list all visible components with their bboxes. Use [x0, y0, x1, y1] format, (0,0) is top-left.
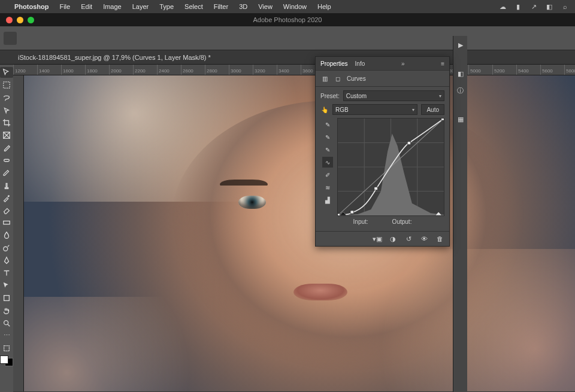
document-canvas[interactable]: [24, 75, 575, 391]
brush-tool[interactable]: [0, 168, 13, 178]
svg-rect-15: [338, 214, 340, 215]
gray-eyedropper-icon[interactable]: ✎: [322, 132, 333, 142]
collapsed-dock: ▶ ◧ ⓘ ▦: [453, 36, 467, 392]
type-tool[interactable]: [0, 268, 13, 278]
white-eyedropper-icon[interactable]: ✎: [322, 119, 333, 130]
ruler-horizontal: 1200140016001800200022002400260028003000…: [13, 65, 575, 75]
menu-3d[interactable]: 3D: [234, 2, 252, 11]
mask-thumb-icon[interactable]: ◻: [334, 74, 342, 83]
menu-select[interactable]: Select: [180, 2, 208, 11]
tab-properties[interactable]: Properties: [320, 60, 348, 67]
eraser-tool[interactable]: [0, 205, 13, 215]
svg-rect-18: [407, 141, 411, 144]
frame-icon[interactable]: ◧: [545, 2, 553, 11]
play-icon[interactable]: ▶: [455, 39, 466, 50]
svg-rect-0: [4, 82, 10, 89]
svg-rect-2: [4, 159, 10, 162]
quickselect-tool[interactable]: [0, 105, 13, 116]
sampler-icon[interactable]: 👆: [320, 105, 329, 114]
app-title: Adobe Photoshop 2020: [0, 16, 575, 23]
canvas-wrap: 1200140016001800200022002400260028003000…: [13, 65, 575, 392]
move-tool[interactable]: [0, 67, 13, 78]
preset-label: Preset:: [320, 93, 340, 99]
lasso-tool[interactable]: [0, 92, 13, 103]
zoom-tool[interactable]: [0, 318, 13, 329]
info-icon[interactable]: ⓘ: [455, 85, 466, 96]
frame-tool[interactable]: [0, 130, 13, 141]
shape-tool[interactable]: [0, 293, 13, 303]
menu-view[interactable]: View: [253, 2, 277, 11]
black-eyedropper-icon[interactable]: ✎: [322, 144, 333, 155]
preset-dropdown[interactable]: Custom: [343, 90, 444, 101]
histogram-toggle-icon[interactable]: ▟: [322, 195, 333, 205]
properties-type: Curves: [347, 75, 366, 82]
tab-info[interactable]: Info: [355, 60, 365, 67]
svg-point-6: [4, 321, 8, 325]
color-swatches[interactable]: [0, 355, 13, 366]
menu-help[interactable]: Help: [313, 2, 336, 11]
history-brush-tool[interactable]: [0, 193, 13, 203]
share-icon[interactable]: ↗: [529, 2, 538, 11]
menu-image[interactable]: Image: [98, 2, 126, 11]
svg-point-4: [4, 247, 8, 251]
svg-rect-3: [4, 221, 10, 224]
trash-icon[interactable]: 🗑: [435, 234, 444, 244]
auto-button[interactable]: Auto: [421, 104, 444, 115]
search-icon[interactable]: ⌕: [561, 2, 569, 11]
svg-marker-21: [435, 212, 442, 215]
clip-icon[interactable]: ▾▣: [373, 234, 382, 244]
options-bar: [0, 26, 575, 50]
menu-window[interactable]: Window: [279, 2, 311, 11]
svg-rect-19: [441, 118, 444, 120]
stamp-tool[interactable]: [0, 180, 13, 191]
editmode-button[interactable]: [0, 343, 13, 354]
color-icon[interactable]: ◧: [455, 68, 466, 79]
channel-dropdown[interactable]: RGB: [332, 104, 417, 115]
smooth-icon[interactable]: ≋: [322, 182, 333, 193]
panel-menu-icon[interactable]: ≡: [441, 60, 444, 67]
dodge-tool[interactable]: [0, 242, 13, 253]
curves-adj-icon: ▥: [320, 74, 329, 83]
document-tab[interactable]: iStock-181894581_super.jpg @ 17,9% (Curv…: [0, 50, 575, 65]
heal-tool[interactable]: [0, 155, 13, 166]
menu-edit[interactable]: Edit: [76, 2, 97, 11]
visibility-icon[interactable]: 👁: [419, 234, 429, 244]
blur-tool[interactable]: [0, 230, 13, 241]
ruler-vertical: [13, 75, 24, 391]
cloud-icon[interactable]: ☁: [498, 2, 507, 11]
eyedropper-tool[interactable]: [0, 142, 13, 153]
pen-tool[interactable]: [0, 255, 13, 266]
more-tool[interactable]: ⋯: [0, 330, 13, 341]
svg-rect-7: [4, 346, 10, 351]
svg-rect-16: [350, 211, 354, 214]
titlebar: Adobe Photoshop 2020: [0, 13, 575, 26]
properties-panel[interactable]: Properties Info » ≡ ▥ ◻ Curves Preset: C…: [315, 56, 450, 247]
output-label: Output:: [392, 218, 412, 225]
menu-filter[interactable]: Filter: [209, 2, 233, 11]
hand-tool[interactable]: [0, 305, 13, 316]
input-label: Input:: [353, 218, 368, 225]
marquee-tool[interactable]: [0, 80, 13, 90]
menu-type[interactable]: Type: [155, 2, 178, 11]
macos-menubar: Photoshop File Edit Image Layer Type Sel…: [0, 0, 575, 13]
curve-edit-icon[interactable]: ∿: [322, 157, 333, 168]
collapse-icon[interactable]: »: [401, 60, 405, 67]
curves-graph[interactable]: [337, 118, 444, 216]
home-button[interactable]: [4, 32, 17, 45]
chat-icon[interactable]: ▮: [514, 2, 522, 11]
toggle-prev-icon[interactable]: ◑: [388, 234, 398, 244]
swatch-icon[interactable]: ▦: [455, 114, 466, 124]
menubar-right-icons: ☁ ▮ ↗ ◧ ⌕: [498, 2, 575, 11]
path-tool[interactable]: [0, 280, 13, 291]
menu-file[interactable]: File: [55, 2, 75, 11]
crop-tool[interactable]: [0, 117, 13, 128]
pencil-edit-icon[interactable]: ✐: [322, 169, 333, 180]
tools-panel: ⋯: [0, 65, 13, 392]
menu-layer[interactable]: Layer: [128, 2, 154, 11]
reset-icon[interactable]: ↺: [404, 234, 413, 244]
menu-photoshop[interactable]: Photoshop: [10, 2, 53, 11]
svg-rect-5: [4, 296, 10, 301]
gradient-tool[interactable]: [0, 217, 13, 228]
svg-rect-17: [374, 187, 378, 190]
